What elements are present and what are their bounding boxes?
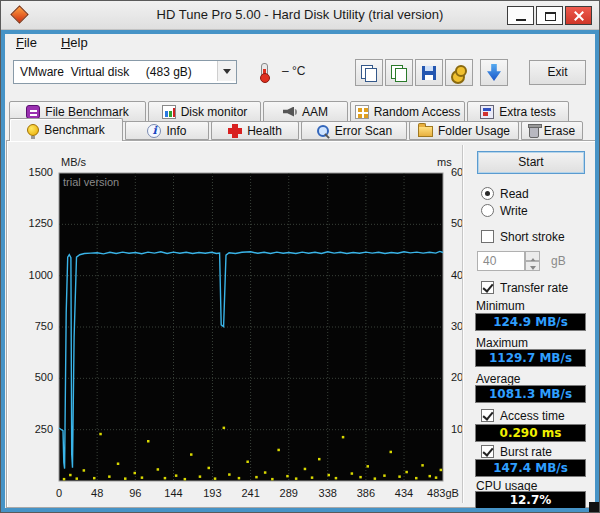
minimum-value: 124.9 MB/s bbox=[475, 313, 586, 331]
y-left-tick: 1250 bbox=[11, 217, 53, 229]
speaker-icon bbox=[283, 105, 297, 119]
maximize-icon bbox=[545, 12, 556, 21]
chart-region: MB/s ms trial version 150012501000750500… bbox=[7, 141, 465, 509]
y-right-axis-unit: ms bbox=[437, 156, 452, 168]
y-left-tick: 1000 bbox=[11, 269, 53, 281]
benchmark-tab-content: MB/s ms trial version 150012501000750500… bbox=[6, 140, 596, 508]
x-tick: 483gB bbox=[423, 487, 463, 499]
close-button[interactable] bbox=[565, 6, 592, 25]
trash-icon bbox=[529, 127, 539, 138]
transfer-rate-checkbox[interactable] bbox=[481, 281, 494, 294]
access-time-checkbox[interactable] bbox=[481, 409, 494, 422]
copy-text-icon bbox=[391, 65, 407, 81]
dropdown-arrow-icon[interactable] bbox=[217, 61, 236, 81]
tab-row-2: Benchmark Info Health Error Scan Folder … bbox=[9, 121, 583, 140]
copy-image-icon bbox=[361, 65, 377, 81]
menu-help[interactable]: Help bbox=[52, 32, 97, 54]
tab-aam[interactable]: AAM bbox=[263, 101, 348, 122]
folder-icon bbox=[418, 126, 433, 137]
tab-extra-tests[interactable]: Extra tests bbox=[467, 101, 569, 122]
access-time-value: 0.290 ms bbox=[475, 424, 586, 442]
burst-rate-label: Burst rate bbox=[500, 445, 552, 459]
tab-disk-monitor[interactable]: Disk monitor bbox=[148, 101, 261, 122]
minimize-button[interactable] bbox=[507, 6, 534, 25]
benchmark-icon bbox=[27, 124, 39, 136]
x-tick: 241 bbox=[231, 487, 271, 499]
maximize-button[interactable] bbox=[536, 6, 563, 25]
tab-health[interactable]: Health bbox=[211, 121, 299, 140]
spinner-down-icon[interactable] bbox=[525, 261, 540, 271]
x-tick: 0 bbox=[39, 487, 79, 499]
x-tick: 338 bbox=[308, 487, 348, 499]
average-value: 1081.3 MB/s bbox=[475, 385, 586, 403]
temperature-value: – °C bbox=[282, 64, 305, 78]
gb-unit-label: gB bbox=[551, 254, 566, 268]
x-tick: 48 bbox=[77, 487, 117, 499]
y-left-axis-unit: MB/s bbox=[61, 156, 86, 168]
y-left-tick: 250 bbox=[11, 423, 53, 435]
benchmark-controls-panel: Start Read Write Short stroke 40 gB Tran… bbox=[465, 141, 595, 507]
x-tick: 193 bbox=[192, 487, 232, 499]
disk-monitor-icon bbox=[162, 105, 176, 119]
minimum-label: Minimum bbox=[476, 299, 525, 313]
title-bar[interactable]: HD Tune Pro 5.00 - Hard Disk Utility (tr… bbox=[1, 1, 599, 30]
spinner-up-icon[interactable] bbox=[525, 251, 540, 261]
menu-bar: File Help bbox=[7, 32, 97, 54]
settings-button[interactable] bbox=[445, 59, 473, 86]
short-stroke-size-input[interactable]: 40 bbox=[477, 251, 525, 271]
x-tick: 386 bbox=[346, 487, 386, 499]
resize-grip[interactable] bbox=[589, 502, 599, 512]
x-tick: 144 bbox=[153, 487, 193, 499]
tab-benchmark[interactable]: Benchmark bbox=[9, 118, 123, 141]
panel-divider bbox=[462, 145, 464, 503]
short-stroke-checkbox[interactable] bbox=[481, 230, 494, 243]
burst-rate-value: 147.4 MB/s bbox=[475, 459, 586, 477]
thermometer-icon bbox=[261, 63, 268, 79]
access-time-label: Access time bbox=[500, 409, 565, 423]
y-left-tick: 1500 bbox=[11, 166, 53, 178]
extra-tests-icon bbox=[480, 105, 494, 119]
x-tick: 96 bbox=[115, 487, 155, 499]
y-left-tick: 750 bbox=[11, 320, 53, 332]
write-radio-label: Write bbox=[500, 204, 528, 218]
health-cross-icon bbox=[228, 124, 242, 138]
capture-button[interactable] bbox=[480, 59, 508, 86]
save-icon bbox=[422, 66, 436, 80]
app-window: HD Tune Pro 5.00 - Hard Disk Utility (tr… bbox=[0, 0, 600, 513]
average-label: Average bbox=[476, 372, 520, 386]
save-button[interactable] bbox=[415, 59, 443, 86]
maximum-value: 1129.7 MB/s bbox=[475, 349, 586, 367]
tab-error-scan[interactable]: Error Scan bbox=[301, 121, 407, 140]
start-button[interactable]: Start bbox=[477, 151, 585, 174]
benchmark-plot bbox=[7, 141, 465, 509]
menu-file[interactable]: File bbox=[7, 32, 46, 54]
x-tick: 289 bbox=[269, 487, 309, 499]
cpu-usage-value: 12.7% bbox=[475, 491, 586, 509]
tab-info[interactable]: Info bbox=[125, 121, 209, 140]
copy-image-button[interactable] bbox=[355, 59, 383, 86]
tab-folder-usage[interactable]: Folder Usage bbox=[409, 121, 519, 140]
down-arrow-icon bbox=[487, 64, 501, 81]
transfer-rate-label: Transfer rate bbox=[500, 281, 568, 295]
magnifier-icon bbox=[316, 124, 330, 138]
trial-watermark: trial version bbox=[63, 176, 119, 188]
read-radio-label: Read bbox=[500, 187, 529, 201]
info-icon bbox=[147, 124, 161, 138]
disk-select-dropdown[interactable]: VMware Virtual disk (483 gB) bbox=[13, 60, 237, 84]
write-radio[interactable] bbox=[481, 204, 494, 217]
minimize-icon bbox=[516, 19, 526, 21]
copy-text-button[interactable] bbox=[385, 59, 413, 86]
tab-random-access[interactable]: Random Access bbox=[350, 101, 465, 122]
exit-button[interactable]: Exit bbox=[529, 60, 586, 85]
y-left-tick: 500 bbox=[11, 371, 53, 383]
file-benchmark-icon bbox=[26, 105, 40, 119]
gears-icon bbox=[451, 65, 467, 81]
short-stroke-label: Short stroke bbox=[500, 230, 565, 244]
tab-erase[interactable]: Erase bbox=[521, 121, 583, 140]
burst-rate-checkbox[interactable] bbox=[481, 445, 494, 458]
read-radio[interactable] bbox=[481, 187, 494, 200]
random-access-icon bbox=[355, 105, 369, 119]
maximum-label: Maximum bbox=[476, 336, 528, 350]
x-tick: 434 bbox=[384, 487, 424, 499]
toolbar: VMware Virtual disk (483 gB) – °C Exit bbox=[1, 55, 599, 93]
